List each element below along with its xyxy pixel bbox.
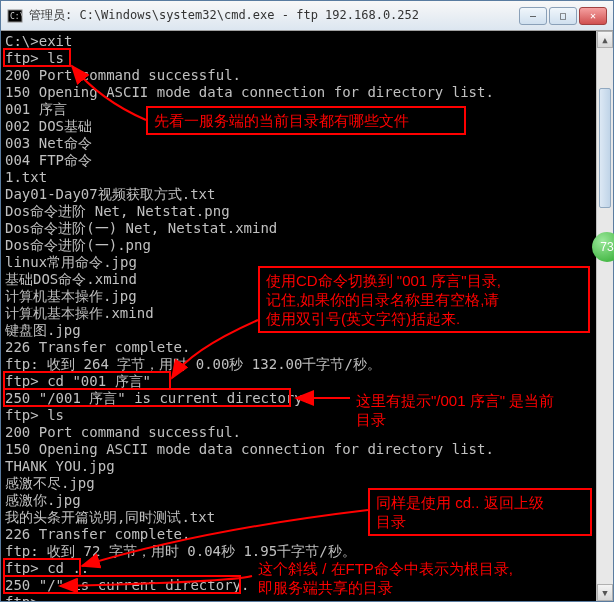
terminal-line: Dos命令进阶(一).png: [5, 237, 592, 254]
green-badge: 73: [592, 232, 614, 262]
terminal-line: 200 Port command successful.: [5, 67, 592, 84]
titlebar[interactable]: C:\ 管理员: C:\Windows\system32\cmd.exe - f…: [1, 1, 613, 31]
terminal-line: 150 Opening ASCII mode data connection f…: [5, 84, 592, 101]
scroll-track[interactable]: [597, 48, 613, 584]
terminal-line: Dos命令进阶 Net, Netstat.png: [5, 203, 592, 220]
close-button[interactable]: ✕: [579, 7, 607, 25]
maximize-button[interactable]: □: [549, 7, 577, 25]
terminal-line: C:\>exit: [5, 33, 592, 50]
terminal-line: ftp: 收到 264 字节，用时 0.00秒 132.00千字节/秒。: [5, 356, 592, 373]
terminal-line: ftp> ls: [5, 50, 592, 67]
vertical-scrollbar[interactable]: ▲ ▼: [596, 31, 613, 601]
annotation-2: 使用CD命令切换到 "001 序言"目录, 记住,如果你的目录名称里有空格,请 …: [258, 266, 590, 333]
terminal-line: Dos命令进阶(一) Net, Netstat.xmind: [5, 220, 592, 237]
minimize-button[interactable]: —: [519, 7, 547, 25]
window-title: 管理员: C:\Windows\system32\cmd.exe - ftp 1…: [29, 7, 519, 24]
annotation-4: 同样是使用 cd.. 返回上级 目录: [368, 488, 592, 536]
annotation-5: 这个斜线 / 在FTP命令中表示为根目录, 即服务端共享的目录: [252, 556, 610, 600]
window-buttons: — □ ✕: [519, 7, 607, 25]
terminal-line: Day01-Day07视频获取方式.txt: [5, 186, 592, 203]
terminal-line: 150 Opening ASCII mode data connection f…: [5, 441, 592, 458]
cmd-icon: C:\: [7, 8, 23, 24]
terminal-line: 004 FTP命令: [5, 152, 592, 169]
terminal-line: 003 Net命令: [5, 135, 592, 152]
terminal-line: 1.txt: [5, 169, 592, 186]
terminal-line: 226 Transfer complete.: [5, 339, 592, 356]
scroll-thumb[interactable]: [599, 88, 611, 208]
scroll-up-arrow-icon[interactable]: ▲: [597, 31, 613, 48]
terminal-line: THANK YOU.jpg: [5, 458, 592, 475]
annotation-3: 这里有提示"/001 序言" 是当前 目录: [350, 388, 608, 432]
svg-text:C:\: C:\: [10, 12, 23, 21]
annotation-1: 先看一服务端的当前目录都有哪些文件: [146, 106, 466, 135]
